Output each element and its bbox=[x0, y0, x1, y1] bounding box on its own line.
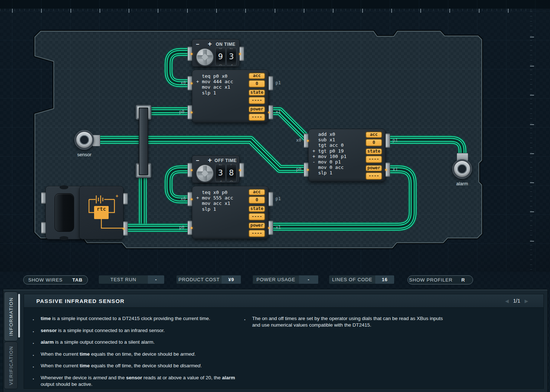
clock-pin-right-top[interactable] bbox=[123, 193, 128, 205]
clock-pin-left-top[interactable] bbox=[41, 192, 46, 204]
dial-increment[interactable]: + bbox=[208, 40, 212, 48]
tab-information[interactable]: INFORMATION bbox=[4, 292, 18, 341]
bullet-text: Whenever the device is armed and the sen… bbox=[41, 375, 238, 388]
chip-registers: acc0 state---- power---- bbox=[365, 132, 382, 182]
chip-code-editor[interactable]: teq p0 x0+ mov 444 acc mov acc x1 slp 1 bbox=[196, 73, 233, 96]
clock-pin-right-bottom[interactable] bbox=[123, 221, 128, 236]
alarm-terminal bbox=[452, 159, 472, 179]
chip-pin-x1[interactable] bbox=[268, 105, 273, 120]
pin-active-dot bbox=[385, 169, 387, 171]
tab-scrollbar[interactable] bbox=[18, 294, 20, 338]
microcontroller-chip-3[interactable]: teq x0 p0+ mov 555 acc mov acc x1 slp 1 … bbox=[192, 186, 269, 239]
dial-pin-right[interactable] bbox=[239, 47, 244, 61]
dial-knob[interactable] bbox=[195, 48, 214, 66]
code-line: slp 1 bbox=[196, 206, 233, 212]
lines-of-code-label: LINES OF CODE bbox=[329, 275, 375, 284]
tab-verification[interactable]: VERIFICATION bbox=[4, 342, 18, 389]
chip-pin-p0[interactable] bbox=[187, 221, 192, 235]
shenzhen-io-workspace: sensor alarm + rtc − + ON TI bbox=[0, 0, 550, 392]
dial-decrement[interactable]: − bbox=[196, 41, 199, 48]
acc-register-value: 0 bbox=[248, 196, 265, 204]
bullet-marker: ▪ bbox=[33, 363, 41, 370]
dial-pin-left[interactable] bbox=[187, 163, 192, 177]
pin-active-dot bbox=[123, 228, 125, 230]
clock-pin-left-bottom[interactable] bbox=[41, 222, 46, 234]
dial-decrement[interactable]: − bbox=[196, 157, 199, 164]
page-next-icon[interactable]: ▶ bbox=[525, 298, 528, 304]
power-usage-indicator: POWER USAGE - bbox=[253, 275, 318, 284]
microcontroller-chip-2[interactable]: add x0 sub x1 tgt acc 0+ tgt p0 19+ mov … bbox=[308, 129, 386, 182]
state-register-value: ---- bbox=[248, 97, 265, 104]
chip-code-editor[interactable]: add x0 sub x1 tgt acc 0+ tgt p0 19+ mov … bbox=[312, 132, 347, 176]
chip-pin-x1[interactable] bbox=[385, 162, 390, 177]
pin-active-dot bbox=[191, 227, 193, 229]
dial-knob[interactable] bbox=[195, 164, 214, 183]
lines-of-code-indicator: LINES OF CODE 16 bbox=[329, 275, 394, 284]
dial-pin-left[interactable] bbox=[187, 47, 192, 61]
chip-pin-p1[interactable] bbox=[268, 192, 273, 206]
sensor-hole bbox=[80, 135, 89, 145]
on-time-dial[interactable]: − + ON TIME 8 9 0 2 3 4 bbox=[192, 39, 240, 67]
bullet-text: sensor is a simple input connected to an… bbox=[41, 327, 165, 335]
pin-active-dot bbox=[191, 169, 193, 171]
show-wires-button[interactable]: SHOW WIRES TAB bbox=[23, 275, 88, 284]
battery-holder bbox=[45, 186, 82, 239]
lines-of-code-value: 16 bbox=[375, 275, 394, 284]
digit-wheel[interactable]: 7 8 9 bbox=[226, 164, 236, 182]
dial-pin-right[interactable] bbox=[239, 163, 244, 177]
chip-pin-p1[interactable] bbox=[385, 133, 390, 148]
show-profiler-button[interactable]: SHOW PROFILER R bbox=[408, 275, 473, 284]
bottom-panel: INFORMATION VERIFICATION PASSIVE INFRARE… bbox=[3, 289, 548, 392]
code-line: + tgt p0 19 bbox=[312, 148, 347, 154]
test-run-button[interactable]: TEST RUN - bbox=[99, 275, 164, 284]
chip-pin-x1[interactable] bbox=[268, 221, 273, 235]
digit-wheel[interactable]: 2 3 4 bbox=[215, 164, 226, 182]
pin-label-x0: x0 bbox=[181, 196, 186, 201]
show-profiler-label: SHOW PROFILER bbox=[408, 276, 454, 284]
pin-active-dot bbox=[191, 53, 193, 55]
bullet-item: ▪alarm is a simple output connected to a… bbox=[33, 339, 238, 347]
show-wires-hotkey: TAB bbox=[67, 276, 88, 284]
chip-code-editor[interactable]: teq x0 p0+ mov 555 acc mov acc x1 slp 1 bbox=[196, 190, 233, 212]
bullet-marker: ▪ bbox=[33, 351, 41, 359]
test-run-value: - bbox=[148, 275, 164, 284]
bullet-marker: ▪ bbox=[244, 315, 252, 328]
chip-pin-p0[interactable] bbox=[304, 162, 308, 177]
chip-pin-p0[interactable] bbox=[187, 105, 192, 120]
bullet-item: ▪The on and off times are set by the ope… bbox=[244, 315, 443, 328]
digit-wheel[interactable]: 2 3 4 bbox=[226, 48, 236, 66]
digit-wheel[interactable]: 8 9 0 bbox=[215, 48, 226, 66]
acc-register-label: acc bbox=[248, 73, 265, 79]
pin-label-x1: x1 bbox=[276, 225, 281, 230]
dial-increment[interactable]: + bbox=[208, 156, 212, 164]
page-prev-icon[interactable]: ◀ bbox=[505, 298, 509, 304]
chip-pin-x0[interactable] bbox=[304, 133, 308, 148]
pin-active-dot bbox=[239, 53, 241, 55]
microcontroller-chip-1[interactable]: teq p0 x0+ mov 444 acc mov acc x1 slp 1 … bbox=[192, 70, 269, 123]
puzzle-title: PASSIVE INFRARED SENSOR bbox=[36, 298, 505, 304]
chip-pin-p1[interactable] bbox=[268, 76, 273, 90]
sensor-label: sensor bbox=[70, 152, 99, 157]
dial-title: OFF TIME bbox=[213, 158, 238, 163]
pin-label-p0: p0 bbox=[296, 167, 301, 172]
chip-pin-x0[interactable] bbox=[187, 76, 192, 90]
sensor-terminal bbox=[74, 130, 94, 150]
code-line: - mov 0 p1 bbox=[312, 159, 347, 165]
bridge-ribbon-cable[interactable] bbox=[139, 108, 148, 175]
bullet-text: The on and off times are set by the oper… bbox=[252, 315, 443, 328]
state-register-value: ---- bbox=[248, 213, 265, 221]
pin-label-p1: p1 bbox=[276, 196, 281, 201]
code-line: + mov 100 p1 bbox=[312, 154, 347, 159]
code-line: sub x1 bbox=[312, 137, 347, 142]
acc-register-label: acc bbox=[248, 189, 265, 195]
code-line: + mov 555 acc bbox=[196, 195, 233, 201]
chip-registers: acc0 state---- power---- bbox=[248, 73, 265, 123]
information-content: PASSIVE INFRARED SENSOR ◀ 1/1 ▶ ▪time is… bbox=[24, 294, 544, 389]
power-register-value: ---- bbox=[248, 230, 265, 237]
chip-pin-x0[interactable] bbox=[187, 192, 192, 206]
off-time-dial[interactable]: − + OFF TIME 2 3 4 7 8 9 bbox=[192, 155, 240, 183]
pin-label-p1: p1 bbox=[276, 80, 281, 85]
bullet-list-right: ▪The on and off times are set by the ope… bbox=[244, 315, 443, 333]
acc-register-value: 0 bbox=[248, 80, 265, 88]
dt2415-clock-module: + rtc bbox=[79, 186, 124, 239]
